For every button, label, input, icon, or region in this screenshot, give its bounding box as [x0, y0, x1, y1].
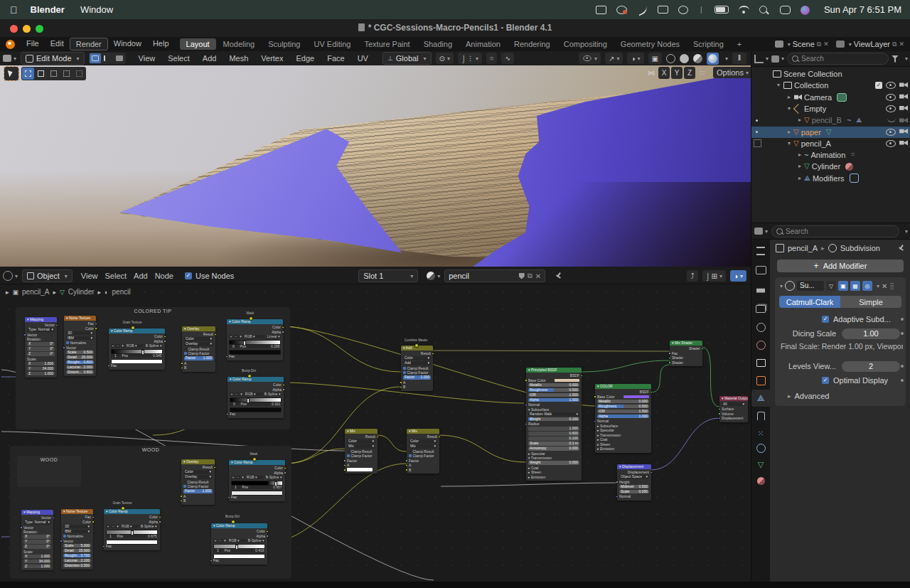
outliner-search[interactable]: Search — [787, 53, 889, 65]
node-noise-texture[interactable]: ▾ Noise TextureFacColor3D▾fBM▾NormalizeV… — [61, 509, 93, 570]
input-socket-shader[interactable] — [668, 361, 671, 364]
node-value-scale[interactable]: Scale0.050 — [619, 490, 649, 494]
input-socket-b[interactable] — [343, 469, 346, 471]
hide-viewport-eye-icon[interactable] — [886, 105, 896, 112]
bluetooth-icon[interactable]: ᛁ — [699, 6, 705, 14]
node-mix[interactable]: ▾ MixResultColor▾Mix▾Clamp ResultClamp F… — [407, 429, 439, 474]
control-center-icon[interactable] — [780, 6, 791, 14]
input-socket-fac[interactable] — [225, 356, 228, 358]
disable-render-camera-icon[interactable] — [899, 129, 908, 134]
expander-icon[interactable]: ▾ — [786, 103, 793, 114]
vertex-select-button[interactable] — [90, 53, 101, 63]
viewport-menu-mesh[interactable]: Mesh — [226, 54, 251, 63]
face-select-button[interactable] — [114, 53, 125, 63]
reroute-node[interactable] — [247, 374, 252, 378]
spotlight-search-icon[interactable] — [759, 6, 770, 14]
node-header[interactable]: ▾ Color Ramp — [104, 509, 160, 514]
overlays-dropdown[interactable]: ◑▾ — [627, 53, 643, 64]
output-socket-alpha[interactable] — [159, 520, 161, 523]
viewport-menu-face[interactable]: Face — [324, 54, 347, 63]
input-socket-b[interactable] — [405, 469, 408, 471]
fake-user-shield-icon[interactable] — [519, 273, 525, 279]
scene-selector[interactable]: ▾ Scene ⧉ ✕ — [775, 40, 829, 48]
input-socket-factor[interactable] — [343, 459, 346, 462]
unlink-material-icon[interactable]: ✕ — [535, 272, 541, 280]
collection-checkbox[interactable]: ✓ — [875, 82, 882, 89]
node-value-z[interactable]: Z1.000 — [27, 372, 55, 376]
select-mode-new-button[interactable] — [22, 68, 34, 80]
node-value-x[interactable]: X1.000 — [27, 362, 55, 366]
node-value-ior[interactable]: IOR1.500 — [597, 410, 649, 414]
node-select-3d[interactable]: 3D▾ — [63, 525, 91, 529]
proportional-editing-button[interactable]: ○ — [486, 53, 497, 64]
properties-tab-constraints[interactable] — [751, 407, 770, 424]
output-socket-bsdf[interactable] — [580, 375, 583, 378]
disable-render-camera-icon[interactable] — [899, 82, 908, 87]
node-select-color[interactable]: Color▾ — [403, 356, 431, 360]
topbar-menu-window[interactable]: Window — [108, 38, 147, 50]
hide-viewport-eye-icon[interactable] — [886, 129, 896, 136]
transform-orientation-select[interactable]: ⊥Global▾ — [382, 52, 432, 65]
input-socket-vector[interactable] — [60, 540, 63, 542]
node-value-anisotropy[interactable]: Anisotropy0.000 — [528, 447, 579, 451]
input-socket-base-color[interactable] — [594, 395, 596, 398]
advanced-section-toggle[interactable]: ▸Advanced — [778, 387, 903, 400]
collapse-modifier-icon[interactable]: ▾ — [780, 283, 783, 289]
outliner-editor-type-button[interactable]: ▾ — [754, 55, 769, 63]
node-header[interactable]: ▾ Color Ramp — [227, 319, 283, 324]
node-value-alpha[interactable]: Alpha1.000 — [528, 398, 579, 402]
properties-tab-output[interactable] — [751, 281, 770, 298]
ramp-position[interactable]: 1Pos0.545 — [111, 354, 163, 358]
node-select-mix[interactable]: Mix▾ — [409, 444, 437, 449]
output-socket-result[interactable] — [432, 353, 434, 356]
hide-viewport-eye-icon[interactable] — [886, 94, 896, 101]
node-checkbox[interactable] — [347, 454, 350, 457]
node-value-roughness[interactable]: Roughness0.500 — [528, 388, 579, 392]
topbar-menu-render[interactable]: Render — [70, 38, 108, 50]
input-socket-b[interactable] — [181, 367, 183, 370]
ramp-controls[interactable]: +−▾RGB ▾Linear ▾ — [229, 335, 281, 339]
node-noise-texture[interactable]: ▾ Noise TextureFacColor3D▾fBM▾NormalizeV… — [64, 316, 96, 376]
viewlayer-selector[interactable]: ▾ ViewLayer ⧉ ✕ — [836, 40, 904, 48]
disable-render-camera-icon[interactable] — [899, 105, 908, 111]
output-socket-alpha[interactable] — [284, 471, 287, 474]
properties-tab-render[interactable] — [751, 262, 770, 279]
node-color-ramp[interactable]: ▾ Color RampColorAlpha+−▾RGB ▾B-Spline ▾… — [104, 509, 160, 550]
optimal-display-checkbox[interactable]: ✓ — [822, 377, 829, 384]
node-value-z[interactable]: Z0° — [23, 545, 51, 549]
dicing-scale-field[interactable]: 1.00 — [842, 328, 900, 339]
outliner-row-empty[interactable]: ▾Empty — [751, 103, 910, 114]
node-select-fbm[interactable]: fBM▾ — [66, 336, 94, 341]
node-checkbox[interactable] — [347, 450, 350, 453]
viewlayer-remove-icon[interactable]: ✕ — [899, 41, 904, 48]
material-preview-button[interactable] — [693, 54, 702, 63]
properties-tab-physics[interactable] — [751, 439, 770, 456]
output-socket-color[interactable] — [95, 327, 97, 330]
reroute-node[interactable] — [252, 457, 257, 461]
node-value-y[interactable]: Y0° — [27, 347, 55, 351]
viewlayer-new-icon[interactable]: ⧉ — [892, 41, 896, 48]
node-value-distortion[interactable]: Distortion0.500 — [63, 564, 91, 568]
shader-menu-view[interactable]: View — [81, 272, 98, 280]
node-header[interactable]: ▾ Mapping — [25, 317, 57, 322]
input-socket-normal[interactable] — [525, 404, 528, 407]
node-value-x[interactable]: X0° — [27, 342, 55, 346]
expander-icon[interactable]: ▾ — [775, 80, 782, 91]
input-socket-fac[interactable] — [102, 545, 105, 548]
input-socket-normal[interactable] — [616, 496, 619, 498]
properties-tab-collection[interactable] — [751, 354, 770, 371]
ramp-position[interactable]: 1Pos0.419 — [213, 549, 265, 553]
output-socket-alpha[interactable] — [164, 340, 166, 343]
outliner-row-pencil_b[interactable]: ▸▽pencil_B~⟁ — [751, 114, 910, 126]
input-socket-fac[interactable] — [226, 413, 229, 416]
node-color-ramp[interactable]: ▾ Color RampColorAlpha+−▾RGB ▾B-Spline ▾… — [109, 328, 165, 370]
select-mode-intersect-button[interactable] — [73, 68, 85, 80]
mirror-x-button[interactable]: X — [658, 67, 670, 79]
output-socket-result[interactable] — [438, 436, 441, 439]
hide-viewport-eye-icon[interactable] — [886, 82, 896, 89]
topbar-menu-file[interactable]: File — [21, 38, 45, 50]
viewport-menu-add[interactable]: Add — [200, 54, 220, 63]
show-in-viewport-toggle[interactable]: ▦ — [850, 281, 860, 291]
node-color-ramp[interactable]: ▾ Color RampColorAlpha+−▾RGB ▾B-Spline ▾… — [211, 523, 267, 565]
node-header[interactable]: ▾ Noise Texture — [61, 509, 93, 514]
